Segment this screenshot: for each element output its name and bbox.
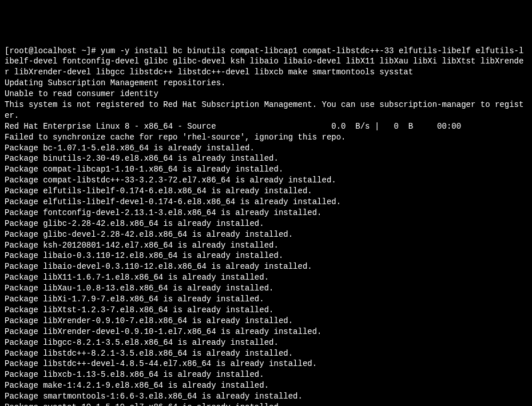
output-line: Updating Subscription Management reposit… [5,78,527,89]
output-line: Package glibc-2.28-42.el8.x86_64 is alre… [5,218,527,229]
shell-prompt: [root@localhost ~]# [5,46,101,55]
output-line: Package libxcb-1.13-5.el8.x86_64 is alre… [5,369,527,380]
output-line: Package libXi-1.7.9-7.el8.x86_64 is alre… [5,294,527,305]
output-line: Package libX11-1.6.7-1.el8.x86_64 is alr… [5,272,527,283]
output-line: Red Hat Enterprise Linux 8 - x86_64 - So… [5,121,527,132]
terminal-output: Updating Subscription Management reposit… [5,78,527,406]
output-line: Unable to read consumer identity [5,89,527,99]
output-line: Package fontconfig-devel-2.13.1-3.el8.x8… [5,208,527,218]
output-line: Failed to synchronize cache for repo 'rh… [5,132,527,143]
output-line: Package binutils-2.30-49.el8.x86_64 is a… [5,153,527,164]
output-line: Package sysstat-10.1.5-19.el7.x86_64 is … [5,402,527,406]
output-line: Package make-1:4.2.1-9.el8.x86_64 is alr… [5,380,527,391]
output-line: Package libXrender-devel-0.9.10-1.el7.x8… [5,327,527,337]
output-line: Package compat-libcap1-1.10-1.x86_64 is … [5,164,527,175]
output-line: Package libXrender-0.9.10-7.el8.x86_64 i… [5,316,527,327]
output-line: Package smartmontools-1:6.6-3.el8.x86_64… [5,391,527,402]
output-line: Package libstdc++-8.2.1-3.5.el8.x86_64 i… [5,348,527,359]
output-line: Package bc-1.07.1-5.el8.x86_64 is alread… [5,143,527,154]
output-line: Package libaio-devel-0.3.110-12.el8.x86_… [5,261,527,272]
output-line: Package compat-libstdc++-33-3.2.3-72.el7… [5,175,527,186]
output-line: Package ksh-20120801-142.el7.x86_64 is a… [5,240,527,251]
output-line: Package libaio-0.3.110-12.el8.x86_64 is … [5,250,527,261]
output-line: Package glibc-devel-2.28-42.el8.x86_64 i… [5,229,527,240]
output-line: Package libXtst-1.2.3-7.el8.x86_64 is al… [5,305,527,316]
output-line: Package libstdc++-devel-4.8.5-44.el7.x86… [5,359,527,369]
output-line: Package elfutils-libelf-devel-0.174-6.el… [5,197,527,208]
output-line: Package libXau-1.0.8-13.el8.x86_64 is al… [5,283,527,294]
output-line: Package libgcc-8.2.1-3.5.el8.x86_64 is a… [5,337,527,348]
output-line: Package elfutils-libelf-0.174-6.el8.x86_… [5,186,527,197]
output-line: This system is not registered to Red Hat… [5,99,527,121]
